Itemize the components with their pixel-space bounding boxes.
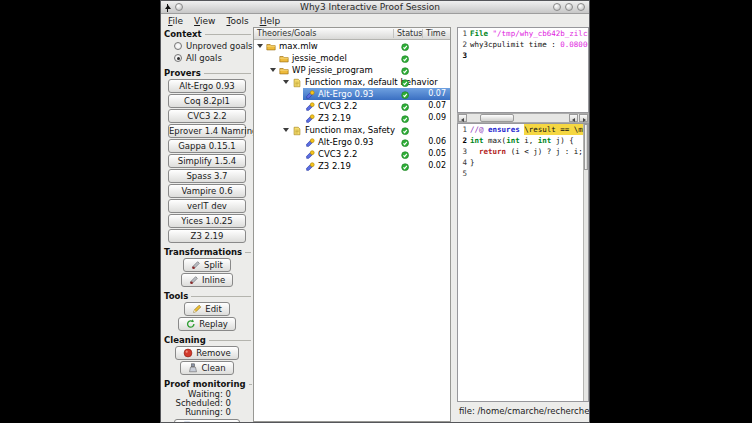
prover-icon [305, 137, 315, 148]
replay-button-label: Replay [199, 318, 228, 330]
code-segment: i, [520, 135, 538, 146]
menu-tools[interactable]: Tools [221, 15, 253, 27]
tree-row[interactable]: Function max, default behavior [254, 76, 450, 88]
menu-help[interactable]: Help [255, 15, 286, 27]
expander-icon[interactable] [283, 128, 289, 132]
context-section-title: Context [164, 29, 251, 39]
status-ok-icon [401, 150, 410, 160]
prover-icon [305, 114, 315, 124]
status-ok-icon [401, 90, 410, 100]
prover-button-eprover-1-4-namring[interactable]: Eprover 1.4 Namring [168, 124, 246, 138]
line-number: 2 [458, 135, 467, 146]
prover-button-vampire-0-6[interactable]: Vampire 0.6 [168, 184, 246, 198]
window-menu-button[interactable] [175, 3, 183, 11]
scrollbar-thumb[interactable] [480, 114, 514, 122]
tree-row-label: Z3 2.19 [318, 112, 351, 124]
vertical-scrollbar[interactable] [583, 124, 588, 401]
status-ok-icon [401, 162, 410, 172]
status-ok-icon [401, 102, 410, 112]
split-button[interactable]: Split [183, 258, 231, 272]
tree-row-label: Alt-Ergo 0.93 [318, 88, 374, 100]
transformations-section-title: Transformations [164, 247, 251, 257]
expander-icon[interactable] [283, 80, 289, 84]
tree-row[interactable]: Z3 2.190.09 [254, 112, 450, 124]
vscrollbar-thumb[interactable] [584, 124, 588, 170]
prover-button-cvc3-2-2[interactable]: CVC3 2.2 [168, 109, 246, 123]
window-close-button[interactable] [577, 3, 585, 11]
radio-option-unproved-goals[interactable]: Unproved goals [161, 40, 253, 52]
tree-row[interactable]: Alt-Ergo 0.930.06 [254, 136, 450, 148]
tree-row[interactable]: jessie_model [254, 52, 450, 64]
code-line: 2why3cpulimit time : 0.080000 s [458, 39, 588, 50]
code-line: 1//@ ensures \result == \max(i,j); [458, 124, 588, 135]
prover-output-view[interactable]: 1File "/tmp/why_cb642b_zilch-zilch-2why3… [457, 27, 589, 113]
inline-button[interactable]: Inline [181, 273, 233, 287]
code-segment [470, 146, 479, 157]
prover-button-z3-2-19[interactable]: Z3 2.19 [168, 229, 246, 243]
tree-row[interactable]: WP jessie_program [254, 64, 450, 76]
cleaning-section-title: Cleaning [164, 335, 251, 345]
section-divider [245, 252, 251, 253]
prover-button-simplify-1-5-4[interactable]: Simplify 1.5.4 [168, 154, 246, 168]
edit-button[interactable]: Edit [184, 302, 229, 316]
scroll-right-button[interactable] [579, 114, 588, 122]
code-line: 1File "/tmp/why_cb642b_zilch-zilch- [458, 28, 588, 39]
title-bar[interactable]: Why3 Interactive Proof Session [161, 1, 589, 14]
menu-file[interactable]: File [163, 15, 188, 27]
code-segment: int [538, 135, 552, 146]
code-segment: File [470, 28, 493, 39]
status-ok-icon [401, 127, 410, 136]
status-ok-icon [401, 163, 410, 172]
column-header-theories-goals[interactable]: Theories/Goals [254, 28, 316, 39]
tree-rows: max.mlwjessie_modelWP jessie_programFunc… [254, 40, 450, 421]
interrupt-button[interactable]: Interrupt [174, 419, 240, 422]
status-ok-icon [401, 103, 410, 112]
tree-row[interactable]: CVC3 2.20.05 [254, 148, 450, 160]
scroll-left-button[interactable] [458, 114, 467, 122]
edit-button-label: Edit [205, 303, 221, 315]
tree-row-label: CVC3 2.2 [318, 100, 357, 112]
prover-icon [305, 150, 315, 160]
radio-option-all-goals[interactable]: All goals [161, 52, 253, 64]
window-minimize-button[interactable] [553, 3, 561, 11]
stat-label: Running: [185, 407, 223, 417]
tree-row[interactable]: Alt-Ergo 0.930.07 [254, 88, 450, 100]
tree-row[interactable]: Z3 2.190.02 [254, 160, 450, 172]
clean-button[interactable]: Clean [180, 361, 233, 375]
cleaning-label: Cleaning [164, 335, 206, 345]
prover-button-gappa-0-15-1[interactable]: Gappa 0.15.1 [168, 139, 246, 153]
remove-button[interactable]: Remove [175, 346, 239, 360]
column-header-status[interactable]: Status [394, 28, 423, 39]
prover-button-yices-1-0-25[interactable]: Yices 1.0.25 [168, 214, 246, 228]
radio-unselected-icon[interactable] [174, 42, 182, 50]
replay-button[interactable]: Replay [178, 317, 236, 331]
tree-header[interactable]: Theories/Goals Status Time [254, 28, 450, 40]
prover-button-spass-3-7[interactable]: Spass 3.7 [168, 169, 246, 183]
radio-selected-icon[interactable] [174, 54, 182, 62]
theory-icon [292, 125, 302, 136]
code-segment: (i < j) ? j : i; [506, 146, 583, 157]
expander-icon[interactable] [270, 68, 276, 72]
expander-icon[interactable] [257, 44, 263, 48]
tree-row[interactable]: max.mlw [254, 40, 450, 52]
prover-button-coq-8-2pl1[interactable]: Coq 8.2pl1 [168, 94, 246, 108]
code-line: 2int max(int i, int j) { [458, 135, 588, 146]
horizontal-scrollbar[interactable] [457, 113, 589, 123]
code-segment: 0.080000 [560, 39, 589, 50]
window-maximize-button[interactable] [565, 3, 573, 11]
column-header-time[interactable]: Time [423, 28, 446, 39]
menu-view[interactable]: View [189, 15, 220, 27]
prover-icon [305, 89, 315, 100]
line-number: 1 [458, 28, 467, 39]
prover-button-alt-ergo-0-93[interactable]: Alt-Ergo 0.93 [168, 79, 246, 93]
scroll-left-button-2[interactable] [569, 114, 578, 122]
status-ok-icon [401, 42, 410, 52]
code-segment: return [479, 146, 506, 157]
status-ok-icon [401, 115, 410, 124]
tree-row[interactable]: CVC3 2.20.07 [254, 100, 450, 112]
prover-button-verit-dev[interactable]: verIT dev [168, 199, 246, 213]
cut-icon [189, 275, 199, 285]
source-view[interactable]: 1//@ ensures \result == \max(i,j);2int m… [457, 123, 589, 402]
tree-row[interactable]: Function max, Safety [254, 124, 450, 136]
code-line: 3 [458, 50, 588, 61]
